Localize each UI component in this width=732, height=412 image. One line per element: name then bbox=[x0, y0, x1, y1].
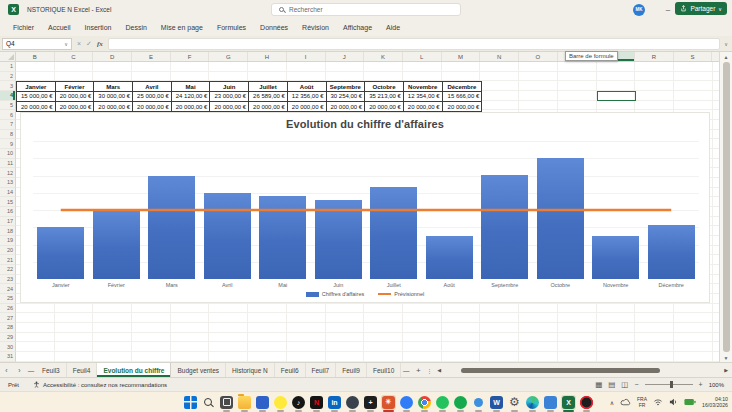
row-header-10[interactable]: 10 bbox=[0, 149, 16, 159]
row-header-30[interactable]: 30 bbox=[0, 342, 16, 352]
ribbon-tab-insertion[interactable]: Insertion bbox=[78, 19, 119, 36]
column-header-K[interactable]: K bbox=[364, 52, 403, 61]
taskbar-icon-word[interactable]: W bbox=[489, 395, 504, 410]
cell-month-Mars[interactable]: Mars bbox=[94, 82, 133, 92]
row-header-12[interactable]: 12 bbox=[0, 168, 16, 178]
cell-forecast-Octobre[interactable]: 20 000,00 € bbox=[365, 102, 404, 112]
ribbon-tab-formules[interactable]: Formules bbox=[210, 19, 253, 36]
row-header-21[interactable]: 21 bbox=[0, 255, 16, 265]
view-page-layout-icon[interactable]: ▤ bbox=[608, 381, 615, 389]
ribbon-tab-mise-en-page[interactable]: Mise en page bbox=[154, 19, 210, 36]
ribbon-tab-révision[interactable]: Révision bbox=[295, 19, 336, 36]
vertical-scrollbar[interactable]: ▲ ▼ bbox=[719, 52, 732, 362]
column-header-L[interactable]: L bbox=[403, 52, 442, 61]
cancel-icon[interactable]: × bbox=[77, 40, 81, 47]
sheet-tab-feuil4[interactable]: Feuil4 bbox=[67, 363, 98, 377]
taskbar-icon-spotify[interactable] bbox=[453, 395, 468, 410]
row-header-16[interactable]: 16 bbox=[0, 207, 16, 217]
cell-revenue-Janvier[interactable]: 15 000,00 € bbox=[17, 92, 56, 102]
accessibility-status[interactable]: Accessibilité : consultez nos recommanda… bbox=[33, 381, 167, 388]
column-header-C[interactable]: C bbox=[55, 52, 94, 61]
taskbar-icon-notion[interactable]: + bbox=[363, 395, 378, 410]
formula-input[interactable] bbox=[108, 38, 721, 50]
sheet-tab-budget-ventes[interactable]: Budget ventes bbox=[171, 363, 226, 377]
taskbar-icon-mail[interactable] bbox=[543, 395, 558, 410]
row-header-6[interactable]: 6 bbox=[0, 110, 16, 120]
row-header-27[interactable]: 27 bbox=[0, 313, 16, 323]
share-button[interactable]: Partager ∨ bbox=[675, 2, 727, 15]
select-all-corner[interactable] bbox=[0, 52, 16, 61]
clock[interactable]: 04:10 16/03/2026 bbox=[702, 396, 728, 409]
row-header-2[interactable]: 2 bbox=[0, 72, 16, 82]
taskbar-icon-teams[interactable] bbox=[255, 395, 270, 410]
taskbar-icon-edge[interactable] bbox=[525, 395, 540, 410]
row-header-13[interactable]: 13 bbox=[0, 178, 16, 188]
insert-function-icon[interactable]: fx bbox=[97, 40, 103, 48]
column-header-B[interactable]: B bbox=[16, 52, 55, 61]
tab-splitter-handle[interactable]: ⋮ bbox=[425, 367, 433, 374]
sheet-tab-evolution-du-chiffre[interactable]: Evolution du chiffre bbox=[97, 363, 171, 377]
sheet-tab-feuil6[interactable]: Feuil6 bbox=[275, 363, 306, 377]
row-header-8[interactable]: 8 bbox=[0, 130, 16, 140]
zoom-in-button[interactable]: + bbox=[699, 381, 703, 388]
row-header-23[interactable]: 23 bbox=[0, 275, 16, 285]
taskbar-icon-steam[interactable] bbox=[345, 395, 360, 410]
cell-month-Septembre[interactable]: Septembre bbox=[327, 82, 366, 92]
cell-month-Novembre[interactable]: Novembre bbox=[404, 82, 443, 92]
ribbon-tab-aide[interactable]: Aide bbox=[379, 19, 407, 36]
column-header-N[interactable]: N bbox=[480, 52, 519, 61]
cell-revenue-Août[interactable]: 12 356,00 € bbox=[288, 92, 327, 102]
name-box[interactable]: Q4 ∨ bbox=[2, 38, 72, 50]
taskbar-icon-claude[interactable]: ✳ bbox=[381, 395, 396, 410]
search-box[interactable]: Rechercher bbox=[271, 3, 461, 16]
row-header-7[interactable]: 7 bbox=[0, 120, 16, 130]
taskbar-icon-file-explorer[interactable] bbox=[237, 395, 252, 410]
zoom-slider[interactable] bbox=[645, 384, 693, 385]
column-header-F[interactable]: F bbox=[171, 52, 210, 61]
cell-forecast-Novembre[interactable]: 20 000,00 € bbox=[404, 102, 443, 112]
cell-month-Février[interactable]: Février bbox=[56, 82, 95, 92]
column-header-D[interactable]: D bbox=[93, 52, 132, 61]
column-header-G[interactable]: G bbox=[209, 52, 248, 61]
cell-forecast-Mai[interactable]: 20 000,00 € bbox=[172, 102, 211, 112]
sheet-tab-feuil7[interactable]: Feuil7 bbox=[306, 363, 337, 377]
row-header-31[interactable]: 31 bbox=[0, 352, 16, 362]
vertical-scroll-thumb[interactable] bbox=[723, 62, 730, 352]
taskbar-icon-netflix[interactable]: N bbox=[309, 395, 324, 410]
cell-revenue-Juin[interactable]: 23 000,00 € bbox=[210, 92, 249, 102]
column-header-R[interactable]: R bbox=[635, 52, 674, 61]
cell-forecast-Avril[interactable]: 20 000,00 € bbox=[133, 102, 172, 112]
row-header-11[interactable]: 11 bbox=[0, 159, 16, 169]
tray-expand-icon[interactable]: ∧ bbox=[610, 399, 614, 406]
row-header-3[interactable]: 3 bbox=[0, 81, 16, 91]
cell-forecast-Décembre[interactable]: 20 000,00 € bbox=[443, 102, 482, 112]
row-header-25[interactable]: 25 bbox=[0, 294, 16, 304]
taskbar-icon-chrome[interactable] bbox=[417, 395, 432, 410]
row-header-17[interactable]: 17 bbox=[0, 217, 16, 227]
ribbon-tab-accueil[interactable]: Accueil bbox=[41, 19, 78, 36]
taskbar-icon-settings[interactable]: ⚙ bbox=[507, 395, 522, 410]
scroll-right-icon[interactable]: ▶ bbox=[724, 367, 728, 373]
column-header-E[interactable]: E bbox=[132, 52, 171, 61]
cell-month-Avril[interactable]: Avril bbox=[133, 82, 172, 92]
ribbon-tab-dessin[interactable]: Dessin bbox=[118, 19, 153, 36]
cell-revenue-Avril[interactable]: 25 000,00 € bbox=[133, 92, 172, 102]
row-header-1[interactable]: 1 bbox=[0, 62, 16, 72]
taskbar-icon-excel[interactable]: X bbox=[561, 395, 576, 410]
enter-icon[interactable]: ✓ bbox=[86, 40, 92, 48]
cell-forecast-Juillet[interactable]: 20 000,00 € bbox=[249, 102, 288, 112]
row-header-22[interactable]: 22 bbox=[0, 265, 16, 275]
formula-bar-expand-icon[interactable]: ∨ bbox=[724, 41, 728, 47]
sheet-nav-next-icon[interactable]: › bbox=[13, 367, 26, 374]
sheet-tab-feuil10[interactable]: Feuil10 bbox=[367, 363, 401, 377]
taskbar-icon-messages[interactable] bbox=[399, 395, 414, 410]
zoom-slider-thumb[interactable] bbox=[670, 381, 673, 388]
cell-revenue-Juillet[interactable]: 26 589,00 € bbox=[249, 92, 288, 102]
cell-month-Juillet[interactable]: Juillet bbox=[249, 82, 288, 92]
taskbar-icon-tiktok[interactable]: ♪ bbox=[291, 395, 306, 410]
onedrive-cloud-icon[interactable] bbox=[620, 398, 631, 406]
taskbar-icon-opera[interactable] bbox=[579, 395, 594, 410]
cell-forecast-Janvier[interactable]: 20 000,00 € bbox=[17, 102, 56, 112]
cell-month-Août[interactable]: Août bbox=[288, 82, 327, 92]
column-header-J[interactable]: J bbox=[326, 52, 365, 61]
